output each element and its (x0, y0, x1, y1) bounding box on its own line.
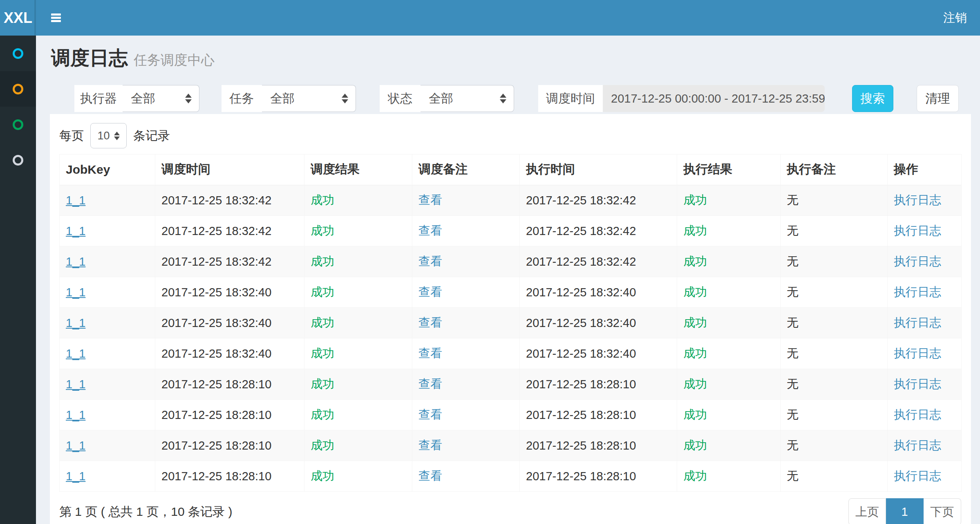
trigger-result: 成功 (311, 224, 334, 237)
pagesize-select-value: 10 (97, 130, 110, 142)
sidebar-item-1[interactable] (0, 36, 36, 71)
app-logo[interactable]: XXL (0, 0, 36, 36)
search-button[interactable]: 搜索 (852, 85, 893, 112)
exec-log-link[interactable]: 执行日志 (894, 439, 941, 452)
trigger-time-label: 调度时间 (538, 85, 603, 112)
handle-time: 2017-12-25 18:32:40 (526, 286, 636, 299)
exec-log-link[interactable]: 执行日志 (894, 255, 941, 268)
pagesize-select[interactable]: 10 (90, 123, 127, 148)
job-key-link[interactable]: 1_1 (66, 255, 85, 268)
trigger-result: 成功 (311, 377, 334, 390)
prev-page-button[interactable]: 上页 (848, 498, 886, 524)
select-arrows-icon (342, 94, 348, 103)
table-row: 1_12017-12-25 18:28:10成功查看2017-12-25 18:… (60, 400, 962, 430)
job-select[interactable]: 全部 (262, 85, 356, 112)
next-page-button[interactable]: 下页 (924, 498, 961, 524)
trigger-result: 成功 (311, 347, 334, 360)
trigger-time: 2017-12-25 18:32:40 (161, 286, 271, 299)
trigger-msg-link[interactable]: 查看 (418, 193, 442, 206)
trigger-time-range-value: 2017-12-25 00:00:00 - 2017-12-25 23:59:5… (611, 92, 825, 105)
page-subtitle: 任务调度中心 (134, 52, 215, 67)
sidebar-item-2[interactable] (0, 71, 36, 107)
exec-log-link[interactable]: 执行日志 (894, 347, 941, 360)
exec-log-link[interactable]: 执行日志 (894, 285, 941, 298)
exec-log-link[interactable]: 执行日志 (894, 408, 941, 421)
handle-result: 成功 (683, 408, 707, 421)
exec-log-link[interactable]: 执行日志 (894, 469, 941, 482)
logout-link[interactable]: 注销 (930, 0, 980, 36)
clear-button[interactable]: 清理 (917, 85, 959, 112)
pagesize-prefix-label: 每页 (59, 128, 84, 144)
handle-msg: 无 (787, 224, 799, 237)
exec-log-link[interactable]: 执行日志 (894, 224, 941, 237)
sidebar-item-3[interactable] (0, 107, 36, 142)
trigger-msg-link[interactable]: 查看 (418, 316, 442, 329)
pagination: 上页 1 下页 (848, 498, 961, 524)
trigger-msg-link[interactable]: 查看 (418, 439, 442, 452)
trigger-time: 2017-12-25 18:32:40 (161, 316, 271, 329)
handle-result: 成功 (683, 377, 707, 390)
exec-log-link[interactable]: 执行日志 (894, 316, 941, 329)
trigger-result: 成功 (311, 439, 334, 452)
job-label: 任务 (222, 85, 262, 112)
navbar-right: 注销 (930, 0, 980, 36)
trigger-msg-link[interactable]: 查看 (418, 408, 442, 421)
handle-result: 成功 (683, 439, 707, 452)
exec-log-link[interactable]: 执行日志 (894, 193, 941, 206)
column-header: 调度备注 (412, 155, 520, 185)
trigger-msg-link[interactable]: 查看 (418, 347, 442, 360)
trigger-msg-link[interactable]: 查看 (418, 285, 442, 298)
trigger-time: 2017-12-25 18:32:42 (161, 194, 271, 207)
status-select[interactable]: 全部 (421, 85, 514, 112)
job-key-link[interactable]: 1_1 (66, 194, 85, 207)
handle-msg: 无 (787, 193, 799, 206)
job-key-link[interactable]: 1_1 (66, 470, 85, 483)
job-key-link[interactable]: 1_1 (66, 286, 85, 299)
trigger-msg-link[interactable]: 查看 (418, 377, 442, 390)
table-row: 1_12017-12-25 18:32:40成功查看2017-12-25 18:… (60, 338, 962, 369)
job-key-link[interactable]: 1_1 (66, 378, 85, 391)
column-header: 执行时间 (520, 155, 677, 185)
sidebar-item-4[interactable] (0, 142, 36, 178)
page-title-text: 调度日志 (51, 47, 128, 69)
trigger-msg-link[interactable]: 查看 (418, 469, 442, 482)
trigger-msg-link[interactable]: 查看 (418, 255, 442, 268)
trigger-time: 2017-12-25 18:28:10 (161, 408, 271, 421)
trigger-time: 2017-12-25 18:32:42 (161, 255, 271, 268)
pagesize-suffix-label: 条记录 (133, 128, 170, 144)
handle-msg: 无 (787, 439, 799, 452)
status-filter-group: 状态 全部 (380, 85, 514, 112)
circle-outline-icon (13, 48, 23, 59)
handle-result: 成功 (683, 285, 707, 298)
handle-time: 2017-12-25 18:28:10 (526, 439, 636, 452)
sidebar-toggle-button[interactable] (51, 0, 61, 36)
job-key-link[interactable]: 1_1 (66, 316, 85, 329)
column-header: 执行结果 (677, 155, 781, 185)
handle-result: 成功 (683, 469, 707, 482)
column-header: 执行备注 (781, 155, 888, 185)
trigger-time: 2017-12-25 18:28:10 (161, 439, 271, 452)
job-key-link[interactable]: 1_1 (66, 439, 85, 452)
table-row: 1_12017-12-25 18:28:10成功查看2017-12-25 18:… (60, 430, 962, 461)
handle-time: 2017-12-25 18:32:42 (526, 255, 636, 268)
handle-msg: 无 (787, 255, 799, 268)
trigger-result: 成功 (311, 316, 334, 329)
table-row: 1_12017-12-25 18:32:42成功查看2017-12-25 18:… (60, 185, 962, 216)
job-key-link[interactable]: 1_1 (66, 347, 85, 360)
handle-time: 2017-12-25 18:28:10 (526, 378, 636, 391)
trigger-result: 成功 (311, 193, 334, 206)
page-title: 调度日志任务调度中心 (51, 46, 969, 72)
current-page-button[interactable]: 1 (886, 498, 924, 524)
job-key-link[interactable]: 1_1 (66, 408, 85, 421)
trigger-msg-link[interactable]: 查看 (418, 224, 442, 237)
job-key-link[interactable]: 1_1 (66, 224, 85, 237)
job-select-value: 全部 (270, 90, 337, 107)
handle-time: 2017-12-25 18:32:40 (526, 347, 636, 360)
table-row: 1_12017-12-25 18:28:10成功查看2017-12-25 18:… (60, 369, 962, 400)
trigger-time-range-input[interactable]: 2017-12-25 00:00:00 - 2017-12-25 23:59:5… (603, 85, 825, 112)
content-header: 调度日志任务调度中心 执行器 全部 任务 全部 状态 全部 (36, 36, 980, 112)
executor-select[interactable]: 全部 (123, 85, 199, 112)
select-arrows-icon (114, 132, 120, 140)
exec-log-link[interactable]: 执行日志 (894, 377, 941, 390)
column-header: 调度结果 (304, 155, 412, 185)
